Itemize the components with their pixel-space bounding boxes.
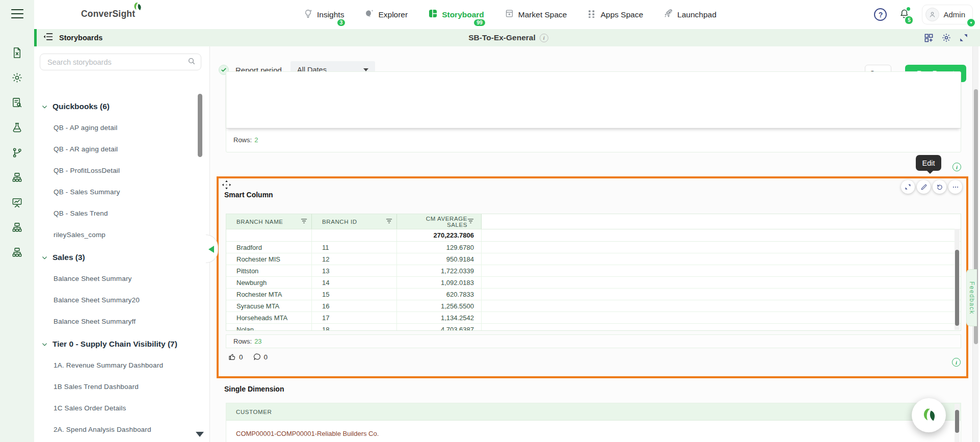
storyboard-item[interactable]: Balance Sheet Summary20 — [34, 289, 203, 310]
storyboard-group-header[interactable]: Quickbooks (6) — [34, 96, 203, 117]
report-search-icon[interactable] — [11, 97, 23, 109]
title-info-icon[interactable]: i — [540, 34, 548, 42]
chevron-down-icon — [41, 254, 48, 261]
storyboard-item[interactable]: QB - AP aging detail — [34, 117, 203, 138]
nav-item-launchpad[interactable]: Launchpad — [664, 9, 717, 20]
table-row[interactable]: Syracuse MTA161,256.5500 — [226, 300, 961, 312]
navbar-right-cluster: ? 5 Admin ▼ — [874, 0, 973, 29]
filter-icon[interactable] — [386, 218, 392, 225]
column-header-branch-name[interactable]: BRANCH NAME — [226, 214, 312, 229]
smart-column-widget[interactable]: Smart Column BRANCH NAME BRANCH ID — [217, 176, 968, 378]
market-space-icon — [505, 9, 514, 20]
assistant-fab[interactable] — [912, 398, 946, 432]
flask-icon[interactable] — [11, 122, 23, 134]
board-settings-gear-icon[interactable] — [941, 33, 951, 43]
empty-cell — [482, 229, 961, 241]
main-content: Report period All Dates Save Run Report … — [210, 46, 972, 442]
cell-cm-average-sales: 1,092.0183 — [397, 277, 482, 288]
table-row[interactable]: Horseheads MTA171,134.2542 — [226, 312, 961, 324]
hamburger-menu-icon[interactable] — [11, 8, 24, 21]
collapse-left-arrow-icon — [208, 246, 214, 253]
storyboard-item[interactable]: QB - ProfitLossDetail — [34, 160, 203, 181]
person-icon — [929, 11, 936, 18]
like-button[interactable]: 0 — [228, 353, 243, 361]
nav-item-insights[interactable]: Insights 3 — [303, 9, 344, 20]
presentation-chart-icon[interactable] — [11, 197, 23, 209]
group-label: Quickbooks (6) — [52, 102, 110, 111]
cell-cm-average-sales: 1,256.5500 — [397, 300, 482, 311]
org-chart-2-icon[interactable] — [11, 222, 23, 233]
column-label: BRANCH ID — [322, 219, 357, 225]
column-header-cm-average-sales[interactable]: CM AVERAGE SALES — [397, 214, 482, 229]
storyboard-item[interactable]: QB - Sales Summary — [34, 181, 203, 202]
storyboard-item[interactable]: 1B Sales Trend Dashboard — [34, 376, 203, 397]
help-icon[interactable]: ? — [874, 8, 887, 21]
storyboard-item[interactable]: QB - Sales Trend — [34, 202, 203, 224]
conversight-logo[interactable]: ConverSight — [81, 9, 135, 19]
storyboard-item[interactable]: 2A. Spend Analysis Dashboard — [34, 419, 203, 440]
column-header-customer[interactable]: CUSTOMER — [226, 403, 961, 421]
storyboard-group-header[interactable]: Tier 0 - Supply Chain Visibility (7) — [34, 334, 203, 354]
nav-item-apps-space[interactable]: Apps Space — [587, 9, 643, 20]
table-scrollbar-thumb[interactable] — [955, 250, 959, 326]
storyboard-group-header[interactable]: Sales (3) — [34, 247, 203, 268]
table-row[interactable]: Rochester MTA15620.7833 — [226, 289, 961, 300]
search-input[interactable] — [46, 58, 188, 67]
add-widget-icon[interactable] — [924, 33, 934, 43]
table-scrollbar-thumb[interactable] — [955, 410, 959, 433]
storyboard-item[interactable]: Balance Sheet Summaryff — [34, 310, 203, 332]
org-chart-icon[interactable] — [11, 172, 23, 184]
storyboard-groups: Quickbooks (6)QB - AP aging detailQB - A… — [34, 94, 203, 440]
group-label: Sales (3) — [52, 253, 85, 262]
branch-table: BRANCH NAME BRANCH ID CM AVERAGE SALES — [226, 214, 961, 331]
nav-item-market-space[interactable]: Market Space — [505, 9, 567, 20]
cell-cm-average-sales: 950.9184 — [397, 253, 482, 265]
notifications-bell[interactable]: 5 — [899, 8, 910, 21]
feedback-tab[interactable]: Feedback — [966, 269, 977, 326]
nav-item-explorer[interactable]: Explorer — [364, 9, 408, 20]
widget-refresh-button[interactable] — [933, 180, 946, 194]
git-branch-icon[interactable] — [11, 147, 23, 159]
window-scrollbar-track[interactable] — [972, 46, 978, 442]
storyboard-item[interactable]: QB - AR aging detail — [34, 138, 203, 160]
widget-expand-button[interactable] — [901, 180, 915, 194]
drag-handle-icon[interactable] — [222, 180, 231, 192]
expand-fullscreen-icon[interactable] — [959, 33, 968, 42]
filter-icon[interactable] — [467, 218, 474, 225]
customer-row[interactable]: COMP00001-COMP00001-Reliable Builders Co… — [236, 430, 379, 437]
user-menu[interactable]: Admin ▼ — [922, 5, 973, 24]
filter-icon[interactable] — [301, 218, 307, 225]
branch-table-header: BRANCH NAME BRANCH ID CM AVERAGE SALES — [226, 214, 961, 229]
branch-table-body: Bradford11129.6780Rochester MIS12950.918… — [226, 242, 961, 331]
storyboard-item[interactable]: rileySales_comp — [34, 224, 203, 245]
cell-branch-id: 13 — [312, 265, 397, 276]
comment-button[interactable]: 0 — [253, 353, 268, 361]
widget-info-icon[interactable]: i — [952, 358, 961, 367]
column-header-branch-id[interactable]: BRANCH ID — [312, 214, 397, 229]
storyboard-item[interactable]: 1C Sales Order Details — [34, 397, 203, 419]
cell-branch-id: 14 — [312, 277, 397, 288]
sidebar-scroll-down-arrow[interactable] — [196, 432, 204, 437]
table-scrollbar-track[interactable] — [955, 229, 960, 330]
edit-tooltip-label: Edit — [922, 159, 935, 167]
empty-cell — [482, 300, 961, 311]
empty-cell — [312, 229, 397, 241]
widget-edit-button[interactable] — [917, 180, 931, 194]
sidebar-scrollbar-thumb[interactable] — [198, 94, 202, 157]
storyboard-item[interactable]: Balance Sheet Summary — [34, 268, 203, 289]
widget-more-button[interactable] — [948, 180, 962, 194]
logo-swoosh-icon — [132, 2, 143, 16]
table-row[interactable]: Nolan184,703.6387 — [226, 324, 961, 331]
table-row[interactable]: Rochester MIS12950.9184 — [226, 253, 961, 265]
spreadsheet-file-icon[interactable] — [11, 47, 23, 59]
search-icon[interactable] — [188, 57, 196, 67]
table-row[interactable]: Newburgh141,092.0183 — [226, 277, 961, 289]
org-chart-3-icon[interactable] — [11, 247, 23, 258]
widget-info-icon[interactable]: i — [952, 163, 961, 171]
table-row[interactable]: Bradford11129.6780 — [226, 242, 961, 253]
nav-item-storyboard[interactable]: Storyboard 99 — [428, 9, 484, 20]
table-row[interactable]: Pittston131,722.0339 — [226, 265, 961, 277]
table-scrollbar-track[interactable] — [955, 404, 960, 442]
storyboard-item[interactable]: 1A. Revenue Summary Dashboard — [34, 354, 203, 376]
settings-gear-icon[interactable] — [11, 72, 23, 84]
